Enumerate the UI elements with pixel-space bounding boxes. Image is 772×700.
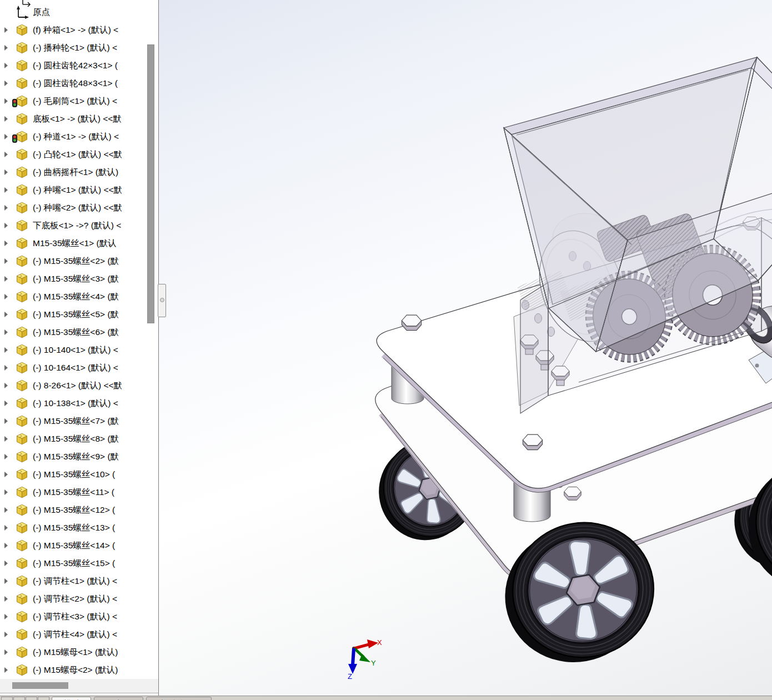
document-tab[interactable]: 运动算例1: [146, 697, 212, 700]
tree-item[interactable]: (-) M15-35螺丝<9> (默: [0, 448, 140, 466]
tree-item[interactable]: (-) 种道<1> -> (默认) <: [0, 128, 140, 146]
expand-arrow-icon[interactable]: [4, 578, 8, 584]
expand-arrow-icon[interactable]: [4, 383, 8, 388]
tree-item[interactable]: (-) M15螺母<2> (默认): [0, 661, 140, 679]
tree-horizontal-scrollbar-thumb[interactable]: [12, 682, 68, 689]
tree-item[interactable]: (-) 种嘴<1> (默认) <<默: [0, 181, 140, 199]
tree-item-label: (-) 毛刷筒<1> (默认) <: [33, 96, 117, 107]
tree-item[interactable]: (-) 播种轮<1> (默认) <: [0, 39, 140, 57]
part-icon: [14, 201, 29, 215]
expand-arrow-icon[interactable]: [4, 223, 8, 228]
tree-item[interactable]: (-) M15-35螺丝<6> (默: [0, 323, 140, 341]
tree-item[interactable]: (-) M15-35螺丝<10> (: [0, 466, 140, 483]
tree-item-label: (-) 调节柱<1> (默认) <: [33, 576, 117, 587]
expand-arrow-icon[interactable]: [4, 45, 8, 51]
tree-nav-button[interactable]: ◀: [13, 697, 25, 700]
tree-item[interactable]: (-) 圆柱齿轮48×3<1> (: [0, 74, 140, 92]
tree-item[interactable]: (-) M15-35螺丝<3> (默: [0, 270, 140, 288]
tree-item[interactable]: (-) 10-140<1> (默认) <: [0, 341, 140, 359]
tree-item[interactable]: (-) M15-35螺丝<2> (默: [0, 252, 140, 270]
expand-arrow-icon[interactable]: [4, 472, 8, 477]
tree-item[interactable]: (-) 曲柄摇杆<1> (默认): [0, 163, 140, 181]
expand-arrow-icon[interactable]: [4, 507, 8, 513]
expand-arrow-icon[interactable]: [4, 525, 8, 531]
tree-item[interactable]: (-) 调节柱<4> (默认) <: [0, 626, 140, 643]
tree-item[interactable]: (-) 圆柱齿轮42×3<1> (: [0, 57, 140, 74]
part-icon: [14, 129, 29, 144]
expand-arrow-icon[interactable]: [4, 329, 8, 335]
tree-item-label: (-) 播种轮<1> (默认) <: [33, 42, 117, 54]
expand-arrow-icon[interactable]: [4, 81, 8, 86]
tree-horizontal-scrollbar-track[interactable]: [0, 679, 158, 693]
expand-arrow-icon[interactable]: [4, 489, 8, 495]
tree-item[interactable]: (-) 8-26<1> (默认) <<默: [0, 377, 140, 394]
expand-arrow-icon[interactable]: [4, 614, 8, 619]
expand-arrow-icon[interactable]: [4, 205, 8, 211]
part-icon: [14, 609, 29, 624]
tree-item-label: (-) M15-35螺丝<6> (默: [33, 327, 119, 338]
expand-arrow-icon[interactable]: [4, 632, 8, 637]
tree-item-label: (-) M15-35螺丝<15> (: [33, 558, 115, 569]
expand-arrow-icon[interactable]: [4, 27, 8, 33]
expand-arrow-icon[interactable]: [4, 294, 8, 299]
expand-arrow-icon[interactable]: [4, 347, 8, 353]
expand-arrow-icon[interactable]: [4, 187, 8, 193]
part-icon: [14, 272, 29, 286]
tree-vertical-scrollbar[interactable]: [147, 44, 154, 323]
expand-arrow-icon[interactable]: [4, 561, 8, 566]
tree-nav-button[interactable]: ⏮: [1, 697, 13, 700]
expand-arrow-icon[interactable]: [4, 116, 8, 122]
expand-arrow-icon[interactable]: [4, 436, 8, 442]
expand-arrow-icon[interactable]: [4, 169, 8, 175]
tree-item[interactable]: (-) M15-35螺丝<4> (默: [0, 288, 140, 306]
expand-arrow-icon[interactable]: [4, 241, 8, 246]
part-icon: [14, 396, 29, 411]
expand-arrow-icon[interactable]: [4, 98, 8, 104]
expand-arrow-icon[interactable]: [4, 312, 8, 317]
expand-arrow-icon[interactable]: [4, 667, 8, 673]
tree-item[interactable]: 下底板<1> ->? (默认) <: [0, 217, 140, 234]
expand-arrow-icon[interactable]: [4, 596, 8, 602]
tree-item[interactable]: (-) M15-35螺丝<8> (默: [0, 430, 140, 448]
tree-item[interactable]: (-) M15-35螺丝<13> (: [0, 519, 140, 537]
tree-item[interactable]: (-) M15-35螺丝<14> (: [0, 537, 140, 554]
expand-arrow-icon[interactable]: [4, 258, 8, 264]
tree-item-label: (-) M15-35螺丝<11> (: [33, 487, 114, 498]
expand-arrow-icon[interactable]: [4, 401, 8, 406]
tree-item[interactable]: (f) 种箱<1> -> (默认) <: [0, 21, 140, 39]
expand-arrow-icon[interactable]: [4, 418, 8, 424]
expand-arrow-icon[interactable]: [4, 365, 8, 371]
tree-item[interactable]: (-) 调节柱<3> (默认) <: [0, 608, 140, 626]
panel-splitter[interactable]: [158, 0, 159, 696]
tree-nav-button[interactable]: ▶: [26, 697, 37, 700]
expand-arrow-icon[interactable]: [4, 454, 8, 459]
tree-item[interactable]: (-) 10-164<1> (默认) <: [0, 359, 140, 377]
panel-collapse-handle[interactable]: [158, 284, 166, 317]
tree-item[interactable]: (-) M15-35螺丝<15> (: [0, 554, 140, 572]
tree-item[interactable]: (-) 凸轮<1> (默认) <<默: [0, 146, 140, 163]
expand-arrow-icon[interactable]: [4, 134, 8, 139]
tree-item[interactable]: (-) 调节柱<2> (默认) <: [0, 590, 140, 608]
tree-item[interactable]: (-) M15-35螺丝<7> (默: [0, 412, 140, 430]
expand-arrow-icon[interactable]: [4, 543, 8, 548]
document-tab[interactable]: 模型: [52, 697, 91, 700]
tree-item[interactable]: M15-35螺丝<1> (默认: [0, 234, 140, 252]
tree-item[interactable]: (-) M15-35螺丝<12> (: [0, 501, 140, 519]
part-icon: [14, 521, 29, 535]
tree-item[interactable]: (-) 调节柱<1> (默认) <: [0, 572, 140, 590]
tree-item[interactable]: 底板<1> -> (默认) <<默: [0, 110, 140, 128]
tree-item[interactable]: (-) 10-138<1> (默认) <: [0, 394, 140, 412]
expand-arrow-icon[interactable]: [4, 152, 8, 157]
tree-item[interactable]: (-) M15-35螺丝<5> (默: [0, 306, 140, 323]
expand-arrow-icon[interactable]: [4, 276, 8, 282]
tree-nav-button[interactable]: ⏭: [38, 697, 49, 700]
tree-item[interactable]: (-) M15螺母<1> (默认): [0, 643, 140, 661]
document-tab[interactable]: 3D 视图: [94, 697, 143, 700]
tree-item[interactable]: (-) M15-35螺丝<11> (: [0, 483, 140, 501]
tree-item[interactable]: (-) 毛刷筒<1> (默认) <: [0, 92, 140, 110]
expand-arrow-icon[interactable]: [4, 63, 8, 68]
tree-item[interactable]: (-) 种嘴<2> (默认) <<默: [0, 199, 140, 217]
expand-arrow-icon[interactable]: [4, 649, 8, 655]
tree-item-origin[interactable]: 原点: [0, 3, 140, 21]
graphics-viewport[interactable]: X Y Z: [158, 0, 772, 696]
